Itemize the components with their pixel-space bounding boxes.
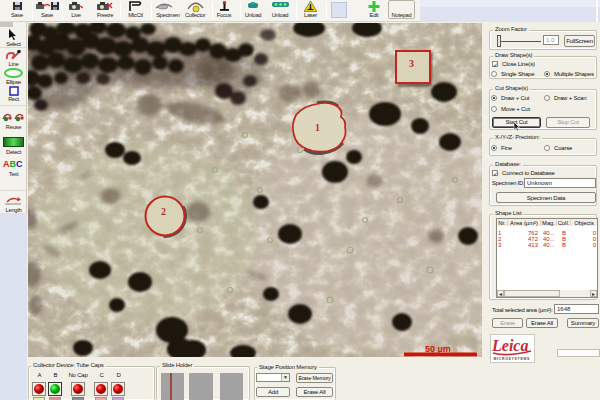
svg-text:Leica: Leica <box>491 337 528 354</box>
svg-text:2: 2 <box>161 206 166 217</box>
svg-text:MICROSYSTEMS: MICROSYSTEMS <box>494 357 531 361</box>
svg-text:1: 1 <box>315 122 320 133</box>
svg-text:3: 3 <box>409 58 414 69</box>
